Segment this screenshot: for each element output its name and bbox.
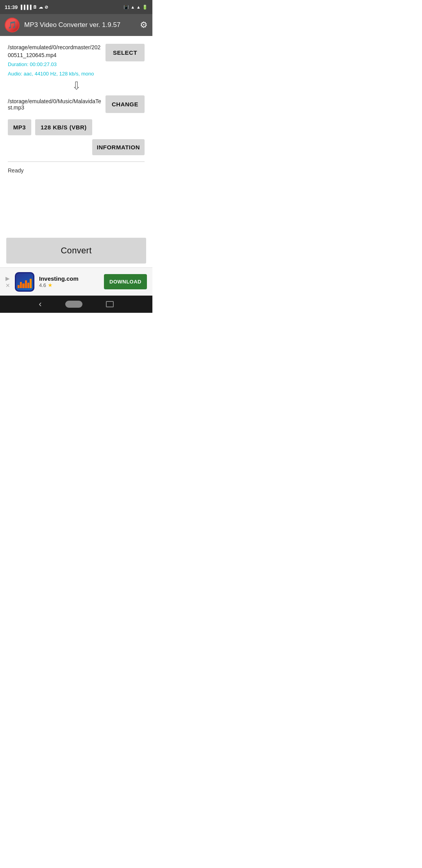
information-button[interactable]: INFORMATION bbox=[92, 139, 145, 155]
battery-icon: 🔋 bbox=[142, 5, 148, 10]
home-button[interactable] bbox=[65, 301, 82, 308]
recents-icon[interactable] bbox=[106, 301, 114, 307]
notification-icon: 🗓 bbox=[33, 5, 37, 9]
status-right: 📳 ▲ ▲ 🔋 bbox=[123, 5, 148, 10]
status-bar: 11:39 ▐▐▐▐ 🗓 ☁ ⊘ 📳 ▲ ▲ 🔋 bbox=[0, 0, 152, 14]
arrow-row: ⇩ bbox=[8, 81, 145, 91]
change-button[interactable]: CHANGE bbox=[106, 95, 145, 113]
source-file-row: /storage/emulated/0/recordmaster/2020051… bbox=[8, 44, 145, 77]
chart-bar-3 bbox=[22, 283, 24, 288]
output-file-row: /storage/emulated/0/Music/MalavidaTest.m… bbox=[8, 95, 145, 113]
ad-download-button[interactable]: DOWNLOAD bbox=[104, 274, 147, 289]
ad-rating: 4.6 ★ bbox=[39, 282, 99, 288]
output-file-path: /storage/emulated/0/Music/MalavidaTest.m… bbox=[8, 98, 102, 111]
app-title: MP3 Video Converter ver. 1.9.57 bbox=[24, 21, 135, 29]
app-icon: 🎵 bbox=[5, 18, 20, 32]
format-button[interactable]: MP3 bbox=[8, 119, 31, 135]
spacer bbox=[0, 204, 152, 234]
status-text: Ready bbox=[8, 166, 145, 175]
cloud-icon: ☁ bbox=[39, 5, 43, 10]
ad-rating-value: 4.6 bbox=[39, 282, 46, 288]
ad-close-icon[interactable]: ✕ bbox=[5, 282, 10, 289]
main-content: /storage/emulated/0/recordmaster/2020051… bbox=[0, 36, 152, 204]
vibrate-icon: 📳 bbox=[123, 5, 129, 10]
chart-bar-1 bbox=[18, 285, 20, 288]
chart-bar-4 bbox=[25, 280, 27, 288]
chart-bar-5 bbox=[27, 283, 29, 288]
ad-logo-inner bbox=[16, 273, 33, 291]
chart-bar-2 bbox=[20, 282, 22, 288]
ad-star-icon: ★ bbox=[48, 282, 53, 288]
convert-button-wrap: Convert bbox=[0, 234, 152, 267]
status-left: 11:39 ▐▐▐▐ 🗓 ☁ ⊘ bbox=[5, 4, 48, 10]
convert-button[interactable]: Convert bbox=[6, 238, 146, 264]
ad-text: Investing.com 4.6 ★ bbox=[39, 275, 99, 288]
nav-bar: ‹ bbox=[0, 296, 152, 313]
bitrate-button[interactable]: 128 KB/S (VBR) bbox=[35, 119, 92, 135]
arrow-down-icon: ⇩ bbox=[72, 81, 81, 91]
app-icon-inner: 🎵 bbox=[5, 18, 19, 32]
time: 11:39 bbox=[5, 4, 18, 10]
select-button[interactable]: SELECT bbox=[106, 44, 145, 61]
source-file-path: /storage/emulated/0/recordmaster/2020051… bbox=[8, 44, 102, 59]
divider bbox=[8, 161, 145, 162]
source-file-info: /storage/emulated/0/recordmaster/2020051… bbox=[8, 44, 102, 77]
signal-icon: ▲ bbox=[136, 5, 141, 9]
ad-play-icon: ▶ bbox=[5, 275, 10, 282]
ad-chart bbox=[18, 279, 32, 288]
ad-logo bbox=[15, 272, 34, 292]
ad-app-name: Investing.com bbox=[39, 275, 99, 282]
chart-bar-6 bbox=[30, 279, 32, 288]
wifi-icon: ▲ bbox=[131, 5, 135, 9]
source-file-audio: Audio: aac, 44100 Hz, 128 kb/s, mono bbox=[8, 70, 102, 78]
format-row: MP3 128 KB/S (VBR) INFORMATION bbox=[8, 119, 145, 155]
toolbar: 🎵 MP3 Video Converter ver. 1.9.57 ⚙ bbox=[0, 14, 152, 36]
ad-banner: ▶ ✕ Investing.com 4.6 ★ DOWNLOAD bbox=[0, 267, 152, 296]
ad-icons: ▶ ✕ bbox=[5, 275, 10, 289]
signal-bars-icon: ▐▐▐▐ bbox=[19, 5, 31, 9]
source-file-duration: Duration: 00:00:27.03 bbox=[8, 61, 102, 68]
sync-icon: ⊘ bbox=[45, 5, 48, 10]
settings-icon[interactable]: ⚙ bbox=[140, 20, 148, 30]
back-button[interactable]: ‹ bbox=[39, 299, 41, 309]
